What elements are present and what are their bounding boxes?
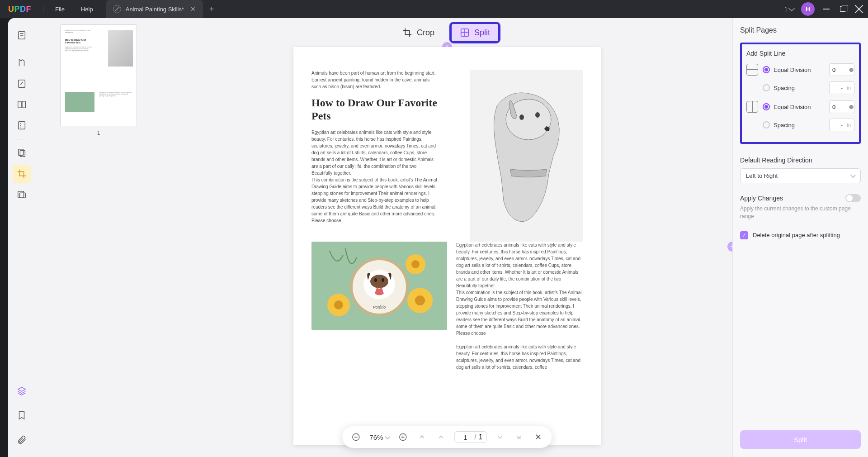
svg-point-25: [411, 260, 420, 268]
radio-checked-icon: [763, 103, 770, 110]
tab-doc-icon: [113, 5, 121, 13]
doc-title: How to Draw Our Favorite Pets: [311, 96, 438, 123]
crop-split-tool[interactable]: [13, 165, 31, 183]
next-page-button[interactable]: [495, 432, 506, 443]
user-avatar[interactable]: H: [801, 2, 815, 16]
svg-rect-2: [18, 101, 21, 108]
spin-up[interactable]: [849, 67, 854, 70]
svg-point-12: [519, 114, 524, 120]
radio-unchecked-icon: [763, 84, 770, 91]
page-total: 1: [479, 433, 483, 441]
titlebar: UPDF File Help Animal Painting Skills* ✕…: [0, 0, 868, 18]
app-logo: UPDF: [0, 5, 39, 14]
dog-sketch-image: [470, 70, 583, 242]
apply-changes-desc: Apply the current changes to the custom …: [740, 205, 861, 220]
svg-point-23: [415, 295, 425, 305]
window-count[interactable]: 1: [784, 6, 794, 13]
panel-title: Split Pages: [740, 26, 861, 34]
doc-body-1: Egyptian art celebrates animals like cat…: [311, 129, 438, 224]
h-equal-division-radio[interactable]: Equal Division: [763, 66, 825, 73]
spin-down[interactable]: [849, 70, 854, 73]
chevron-down-icon: [850, 172, 855, 177]
delete-original-checkbox[interactable]: ✓: [740, 231, 748, 239]
crop-button[interactable]: Crop: [394, 24, 443, 41]
last-page-button[interactable]: [514, 432, 525, 443]
svg-point-19: [382, 278, 384, 282]
spin-up[interactable]: [849, 104, 854, 107]
horizontal-split-icon[interactable]: [746, 64, 758, 76]
prev-page-button[interactable]: [435, 432, 446, 443]
svg-rect-3: [22, 101, 25, 108]
reading-direction-select[interactable]: Left to Right: [740, 168, 861, 183]
doc-intro: Animals have been part of human art from…: [311, 70, 438, 90]
apply-changes-label: Apply Changes: [740, 195, 783, 202]
add-split-right[interactable]: +: [727, 242, 732, 252]
svg-text:Porfirio: Porfirio: [373, 305, 386, 309]
layers-button[interactable]: [13, 382, 31, 400]
close-window-button[interactable]: [854, 5, 863, 14]
document-tab[interactable]: Animal Painting Skills* ✕: [106, 0, 203, 18]
split-button[interactable]: Split: [450, 22, 500, 43]
attachment-button[interactable]: [13, 431, 31, 449]
thumbnail-number: 1: [97, 130, 100, 136]
menu-help[interactable]: Help: [73, 6, 101, 13]
close-bar-button[interactable]: ✕: [533, 432, 544, 443]
vertical-split-icon[interactable]: [746, 101, 758, 113]
form-tool[interactable]: [13, 116, 31, 134]
zoom-in-button[interactable]: [397, 432, 408, 443]
maximize-button[interactable]: [838, 5, 847, 14]
chevron-down-icon: [788, 5, 795, 11]
svg-point-13: [535, 112, 540, 118]
v-spacing-radio[interactable]: Spacing: [763, 121, 825, 129]
edit-tool[interactable]: [13, 75, 31, 93]
zoom-out-button[interactable]: [350, 432, 361, 443]
svg-rect-7: [18, 191, 24, 198]
first-page-button[interactable]: [416, 432, 427, 443]
radio-unchecked-icon: [763, 121, 770, 129]
spin-down[interactable]: [849, 107, 854, 110]
main-canvas: Crop Split + Animals have been part of h…: [162, 18, 732, 457]
crop-icon: [402, 28, 412, 38]
page-view[interactable]: Animals have been part of human art from…: [293, 47, 601, 445]
svg-rect-8: [19, 193, 25, 198]
add-split-line-label: Add Split Line: [746, 50, 854, 57]
add-split-line-section: Add Split Line Equal Division Spacing: [740, 43, 861, 144]
minimize-button[interactable]: [822, 5, 831, 14]
split-panel: Split Pages Add Split Line Equal Divisio…: [732, 18, 868, 457]
v-equal-division-radio[interactable]: Equal Division: [763, 103, 825, 110]
page-input[interactable]: [458, 433, 472, 441]
chevron-down-icon: [385, 434, 390, 439]
left-sidebar: [8, 18, 35, 457]
reader-tool[interactable]: [13, 26, 31, 44]
redact-tool[interactable]: [13, 186, 31, 204]
zoom-nav-bar: 76% / 1 ✕: [342, 426, 552, 448]
menu-file[interactable]: File: [47, 6, 73, 13]
divider: [43, 5, 43, 13]
comment-tool[interactable]: [13, 54, 31, 72]
split-icon: [460, 28, 470, 38]
delete-original-label: Delete original page after splitting: [753, 232, 840, 238]
svg-rect-4: [19, 122, 25, 129]
zoom-dropdown[interactable]: 76%: [369, 433, 389, 441]
svg-point-17: [370, 275, 388, 288]
new-tab-button[interactable]: +: [209, 5, 214, 14]
reading-direction-label: Default Reading Direction: [740, 157, 861, 164]
page-thumbnail-1[interactable]: Animals have been part of human art from…: [60, 24, 137, 126]
tab-title: Animal Painting Skills*: [126, 6, 184, 13]
ocr-tool[interactable]: [13, 144, 31, 162]
svg-point-18: [374, 278, 377, 282]
svg-point-21: [334, 300, 343, 309]
doc-body-2: Egyptian art celebrates animals like cat…: [456, 242, 583, 371]
h-spacing-radio[interactable]: Spacing: [763, 84, 825, 91]
page-indicator: / 1: [454, 431, 486, 443]
split-action-button[interactable]: Split: [740, 430, 861, 449]
tab-close-button[interactable]: ✕: [190, 5, 196, 13]
thumbnail-panel: Animals have been part of human art from…: [35, 18, 162, 457]
workspace: Animals have been part of human art from…: [8, 18, 868, 457]
embroidery-image: Porfirio: [311, 242, 447, 330]
bookmark-button[interactable]: [13, 406, 31, 424]
radio-checked-icon: [763, 66, 770, 73]
organize-tool[interactable]: [13, 95, 31, 114]
apply-changes-toggle[interactable]: [845, 194, 861, 202]
